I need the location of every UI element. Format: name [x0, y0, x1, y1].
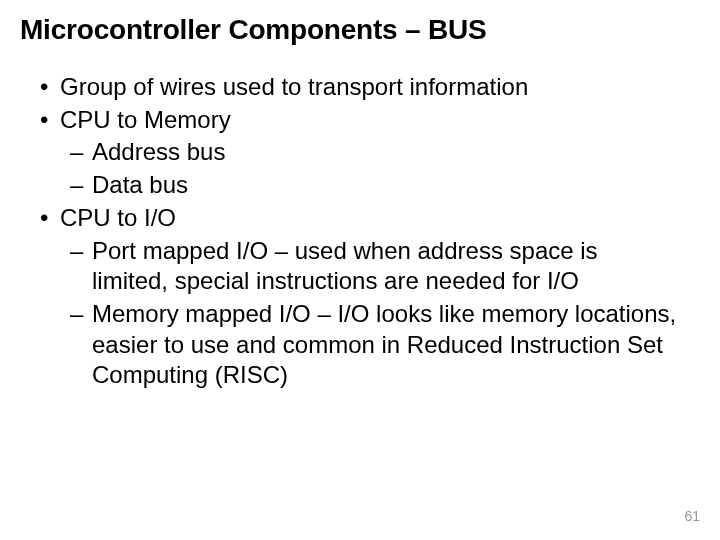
bullet-level2: Address bus	[66, 137, 680, 168]
bullet-level1: CPU to Memory	[36, 105, 680, 136]
bullet-level2: Port mapped I/O – used when address spac…	[66, 236, 680, 297]
bullet-level2: Memory mapped I/O – I/O looks like memor…	[66, 299, 680, 391]
slide-title: Microcontroller Components – BUS	[20, 14, 700, 46]
page-number: 61	[684, 508, 700, 524]
slide: Microcontroller Components – BUS Group o…	[0, 0, 720, 540]
slide-body: Group of wires used to transport informa…	[36, 72, 680, 393]
bullet-level2: Data bus	[66, 170, 680, 201]
bullet-level1: CPU to I/O	[36, 203, 680, 234]
bullet-level1: Group of wires used to transport informa…	[36, 72, 680, 103]
